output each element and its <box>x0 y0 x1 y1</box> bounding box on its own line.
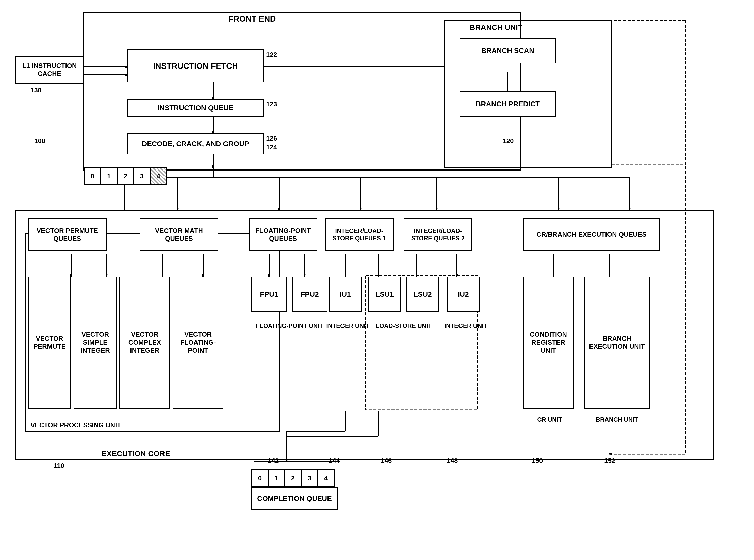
branch-execution-unit-box: BRANCH EXECUTION UNIT <box>584 277 650 408</box>
ref-142: 142 <box>268 457 279 465</box>
bottom-slots-row: 0 1 2 3 4 <box>251 469 334 487</box>
ref-126: 126 <box>266 135 277 142</box>
ref-124: 124 <box>266 143 277 151</box>
load-store-unit-label: LOAD-STORE UNIT <box>366 322 442 329</box>
vector-complex-integer-box: VECTOR COMPLEX INTEGER <box>119 277 170 408</box>
floating-point-queues-box: FLOATING-POINT QUEUES <box>249 218 317 251</box>
condition-register-unit-box: CONDITION REGISTER UNIT <box>523 277 574 408</box>
fpu1-box: FPU1 <box>251 277 287 312</box>
bottom-slot-3: 3 <box>301 469 318 487</box>
ref-110: 110 <box>53 462 64 470</box>
execution-core-label: EXECUTION CORE <box>101 449 170 458</box>
vector-permute-box: VECTOR PERMUTE <box>28 277 71 408</box>
ils-queues1-box: INTEGER/LOAD-STORE QUEUES 1 <box>325 218 393 251</box>
vector-floating-point-box: VECTOR FLOATING-POINT <box>173 277 224 408</box>
vector-simple-integer-box: VECTOR SIMPLE INTEGER <box>74 277 117 408</box>
front-end-label: FRONT END <box>229 14 276 24</box>
iu2-box: IU2 <box>447 277 480 312</box>
ref-122: 122 <box>266 51 277 59</box>
floating-point-unit-label: FLOATING-POINT UNIT <box>250 322 329 329</box>
ref-148: 148 <box>447 457 458 465</box>
vector-permute-queues-box: VECTOR PERMUTE QUEUES <box>28 218 107 251</box>
ref-146: 146 <box>381 457 392 465</box>
vector-processing-unit-label: VECTOR PROCESSING UNIT <box>31 421 121 429</box>
branch-unit-outer-label: BRANCH UNIT <box>470 23 522 32</box>
cr-branch-queues-box: CR/BRANCH EXECUTION QUEUES <box>523 218 660 251</box>
bottom-slot-2: 2 <box>284 469 302 487</box>
iu1-box: IU1 <box>329 277 362 312</box>
fpu2-box: FPU2 <box>292 277 328 312</box>
ref-100: 100 <box>34 137 45 145</box>
instruction-fetch-box: INSTRUCTION FETCH <box>127 49 264 82</box>
ref-130: 130 <box>31 86 41 94</box>
l1-cache-box: L1 INSTRUCTION CACHE <box>15 56 84 84</box>
bottom-slot-0: 0 <box>251 469 269 487</box>
cr-unit-label: CR UNIT <box>524 416 575 423</box>
lsu1-box: LSU1 <box>368 277 401 312</box>
ils-queues2-box: INTEGER/LOAD-STORE QUEUES 2 <box>404 218 472 251</box>
branch-unit-bottom-label: BRANCH UNIT <box>584 416 650 423</box>
bottom-slot-4: 4 <box>317 469 335 487</box>
diagram: FRONT END INSTRUCTION FETCH 122 INSTRUCT… <box>0 0 754 560</box>
ref-144: 144 <box>329 457 340 465</box>
branch-scan-box: BRANCH SCAN <box>460 38 556 63</box>
slot-2: 2 <box>117 167 134 185</box>
ref-152: 152 <box>604 457 615 465</box>
integer-unit2-label: INTEGER UNIT <box>441 322 491 329</box>
slot-1: 1 <box>100 167 118 185</box>
ref-120: 120 <box>503 137 514 145</box>
top-slots-row: 0 1 2 3 4 <box>84 167 166 185</box>
lsu2-box: LSU2 <box>406 277 439 312</box>
slot-0: 0 <box>84 167 101 185</box>
slot-4: 4 <box>150 167 167 185</box>
vector-math-queues-box: VECTOR MATH QUEUES <box>140 218 218 251</box>
ref-123: 123 <box>266 100 277 108</box>
branch-predict-box: BRANCH PREDICT <box>460 91 556 117</box>
bottom-slot-1: 1 <box>268 469 285 487</box>
instruction-queue-box: INSTRUCTION QUEUE <box>127 99 264 117</box>
slot-3: 3 <box>133 167 151 185</box>
completion-queue-box: COMPLETION QUEUE <box>251 487 337 510</box>
decode-crack-group-box: DECODE, CRACK, AND GROUP <box>127 133 264 154</box>
ref-150: 150 <box>532 457 543 465</box>
